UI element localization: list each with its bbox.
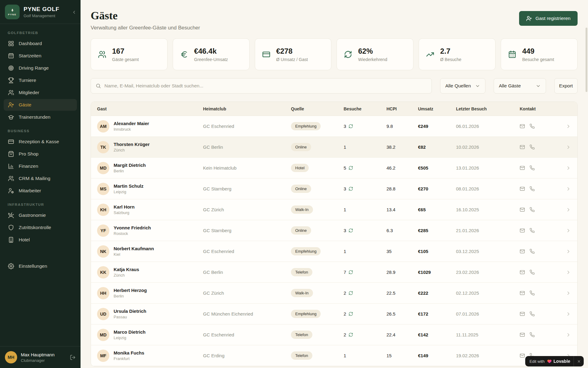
contact-cell: [520, 249, 571, 254]
users-icon: [8, 175, 14, 182]
sidebar-item-zutrittskontrolle[interactable]: Zutrittskontrolle: [4, 222, 77, 233]
guest-name: Karl Horn: [114, 204, 134, 209]
mail-icon[interactable]: [520, 207, 525, 212]
sidebar-item-finanzen[interactable]: Finanzen: [4, 160, 77, 172]
chevron-right-icon[interactable]: [566, 270, 571, 275]
mail-icon[interactable]: [520, 332, 525, 337]
table-row[interactable]: NKNorbert KaufmannKielGC EschenriedEmpfe…: [91, 241, 577, 262]
revenue-cell: €270: [418, 186, 456, 191]
mail-icon[interactable]: [520, 290, 525, 296]
table-row[interactable]: KKKatja KrausZürichGC BerlinTelefon728.9…: [91, 262, 577, 283]
table-row[interactable]: YFYvonne FriedrichRostockGC StarnbergOnl…: [91, 220, 577, 241]
source-badge: Empfehlung: [291, 122, 321, 130]
phone-icon[interactable]: [530, 270, 535, 275]
phone-icon[interactable]: [530, 249, 535, 254]
chevron-right-icon[interactable]: [566, 165, 571, 171]
logout-icon[interactable]: [70, 355, 76, 360]
visits-count: 1: [344, 249, 346, 254]
guest-text: Ursula DietrichPassau: [114, 309, 146, 319]
chevron-right-icon[interactable]: [566, 228, 571, 233]
phone-icon[interactable]: [530, 228, 535, 233]
stat-text: 167Gäste gesamt: [112, 47, 139, 62]
table-row[interactable]: UDUrsula DietrichPassauGC München Eichen…: [91, 304, 577, 324]
sidebar-item-label: Trainerstunden: [19, 114, 51, 120]
mail-icon[interactable]: [520, 353, 525, 358]
chevron-right-icon[interactable]: [566, 249, 571, 254]
table-row[interactable]: MFMonika FuchsFrankfurtGC ErdingTelefon1…: [91, 345, 577, 366]
stat-text: 449Besuche gesamt: [522, 47, 554, 62]
table-row[interactable]: MDMarco DietrichLeipzigGC EschenriedTele…: [91, 324, 577, 345]
last-visit-cell: 06.01.2026: [456, 124, 520, 129]
user-plus-icon: [526, 16, 532, 21]
sidebar-item-mitglieder[interactable]: Mitglieder: [4, 87, 77, 98]
phone-icon[interactable]: [530, 165, 535, 171]
sidebar-item-crm-mailing[interactable]: CRM & Mailing: [4, 173, 77, 184]
chevron-right-icon[interactable]: [566, 311, 571, 317]
column-header-heimatclub: Heimatclub: [203, 106, 291, 111]
sidebar-item-label: Startzeiten: [19, 53, 41, 59]
sidebar-item-driving-range[interactable]: Driving Range: [4, 62, 77, 74]
guest-filter-select[interactable]: Alle Gäste: [494, 78, 546, 94]
search-input[interactable]: [104, 83, 427, 89]
sidebar-item-hotel[interactable]: Hotel: [4, 234, 77, 246]
sidebar-item-trainerstunden[interactable]: Trainerstunden: [4, 111, 77, 123]
chevron-right-icon[interactable]: [566, 144, 571, 150]
avatar: TK: [97, 141, 109, 153]
sidebar-collapse-button[interactable]: [72, 10, 77, 15]
mail-icon[interactable]: [520, 311, 525, 316]
sidebar-item-pro-shop[interactable]: Pro Shop: [4, 148, 77, 160]
revenue-cell: €222: [418, 290, 456, 296]
guest-name: Martin Schulz: [114, 183, 144, 189]
phone-icon[interactable]: [530, 124, 535, 129]
mail-icon[interactable]: [520, 165, 525, 171]
phone-icon[interactable]: [530, 144, 535, 150]
sidebar-item-rezeption-kasse[interactable]: Rezeption & Kasse: [4, 136, 77, 148]
sidebar-item-label: Driving Range: [19, 65, 49, 71]
guest-city: Berlin: [114, 294, 147, 298]
table-row[interactable]: HHHerbert HerzogBerlinGC ZürichWalk-In22…: [91, 283, 577, 304]
source-filter-select[interactable]: Alle Quellen: [440, 78, 485, 94]
mail-icon[interactable]: [520, 186, 525, 191]
sidebar-user[interactable]: MH Max Hauptmann Clubmanager: [0, 346, 81, 368]
table-row[interactable]: TKThorsten KrügerZürichGC BerlinOnline13…: [91, 137, 577, 158]
mail-icon[interactable]: [520, 124, 525, 129]
scrollbar[interactable]: [586, 28, 587, 92]
table-row[interactable]: AMAlexander MaierInnsbruckGC EschenriedE…: [91, 116, 577, 137]
chevron-right-icon[interactable]: [566, 207, 571, 213]
chevron-right-icon[interactable]: [566, 332, 571, 338]
table-row[interactable]: MDMargit DietrichBerlinKein HeimatclubHo…: [91, 158, 577, 178]
sidebar-item-turniere[interactable]: Turniere: [4, 75, 77, 86]
mail-icon[interactable]: [520, 249, 525, 254]
table-row[interactable]: MSMartin SchulzLeipzigGC StarnbergOnline…: [91, 178, 577, 199]
sidebar-item-gastronomie[interactable]: Gastronomie: [4, 209, 77, 221]
phone-icon[interactable]: [530, 207, 535, 212]
graduation-cap-icon: [8, 114, 14, 120]
chevron-right-icon[interactable]: [566, 124, 571, 129]
sidebar-item-startzeiten[interactable]: Startzeiten: [4, 50, 77, 62]
stat-value: €46.4k: [194, 47, 228, 56]
phone-icon[interactable]: [530, 290, 535, 296]
mail-icon[interactable]: [520, 144, 525, 150]
search-box[interactable]: [91, 78, 432, 94]
phone-icon[interactable]: [530, 332, 535, 337]
heart-icon: [547, 359, 552, 364]
phone-icon[interactable]: [530, 186, 535, 191]
settings-icon: [8, 263, 14, 269]
lovable-badge-brand[interactable]: Lovable: [553, 359, 574, 364]
sidebar-item-mitarbeiter[interactable]: Mitarbeiter: [4, 185, 77, 197]
export-button[interactable]: Export: [554, 78, 578, 94]
chevron-right-icon[interactable]: [566, 290, 571, 296]
phone-icon[interactable]: [530, 311, 535, 316]
lovable-badge-close[interactable]: [574, 356, 584, 366]
chevron-right-icon[interactable]: [566, 186, 571, 192]
table-row[interactable]: KHKarl HornSalzburgGC ZürichWalk-In113.4…: [91, 199, 577, 220]
sidebar-item-einstellungen[interactable]: Einstellungen: [4, 260, 77, 272]
register-guest-button[interactable]: Gast registrieren: [519, 11, 578, 26]
avatar: NK: [97, 245, 109, 258]
sidebar-item-gäste[interactable]: Gäste: [4, 99, 77, 111]
visits-count: 3: [344, 124, 346, 129]
mail-icon[interactable]: [520, 228, 525, 233]
mail-icon[interactable]: [520, 270, 525, 275]
sidebar-item-dashboard[interactable]: Dashboard: [4, 38, 77, 49]
building-icon: [8, 237, 14, 243]
